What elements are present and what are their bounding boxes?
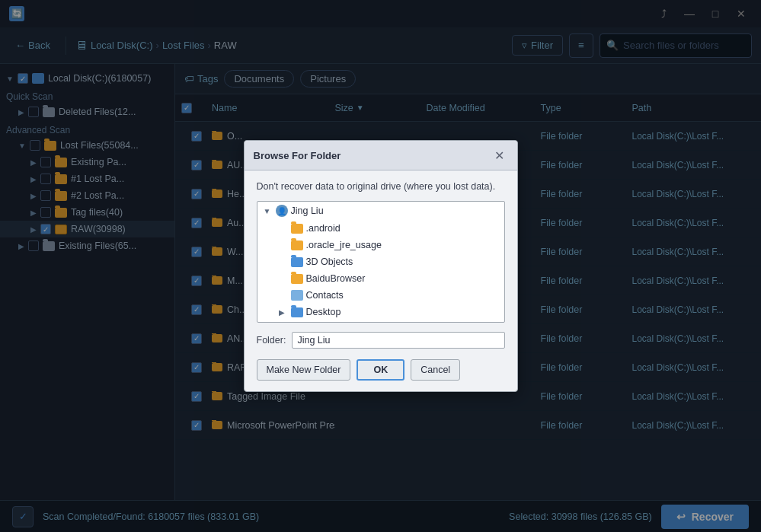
baidu-folder-icon [291,274,303,284]
3dobjects-label: 3D Objects [306,256,353,267]
folder-input[interactable] [292,332,504,349]
android-label: .android [306,223,341,234]
dialog-title: Browse For Folder [254,150,341,161]
tree-item-root[interactable]: ▼ 👤 Jing Liu [257,202,504,220]
make-new-folder-button[interactable]: Make New Folder [257,359,351,381]
tree-item-contacts[interactable]: Contacts [257,287,504,304]
folder-input-row: Folder: [257,332,505,349]
contacts-label: Contacts [306,290,344,301]
tree-item-android[interactable]: .android [257,220,504,237]
root-label: Jing Liu [291,205,324,216]
browse-folder-dialog: Browse For Folder ✕ Don't recover data t… [244,140,518,392]
desktop-folder-icon [291,307,303,317]
ok-button[interactable]: OK [357,359,404,381]
dialog-titlebar: Browse For Folder ✕ [245,141,517,170]
dialog-overlay: Browse For Folder ✕ Don't recover data t… [0,0,761,532]
dialog-body: Don't recover data to original drive (wh… [245,170,517,391]
desktop-expand-icon: ▶ [279,308,288,317]
dialog-buttons: Make New Folder OK Cancel [257,359,505,381]
oracle-folder-icon [291,241,303,250]
folder-label: Folder: [257,335,286,346]
dialog-close-button[interactable]: ✕ [491,147,508,164]
desktop-label: Desktop [306,307,341,317]
contacts-folder-icon [291,290,303,301]
baidu-label: BaiduBrowser [306,273,366,284]
tree-item-3dobjects[interactable]: 3D Objects [257,253,504,270]
android-folder-icon [291,224,303,234]
tree-item-baidu[interactable]: BaiduBrowser [257,270,504,287]
3dobjects-folder-icon [291,257,303,267]
root-person-icon: 👤 [276,205,288,217]
dialog-warning-text: Don't recover data to original drive (wh… [257,181,505,192]
root-expand-icon: ▼ [264,207,273,215]
oracle-label: .oracle_jre_usage [306,240,382,250]
cancel-button[interactable]: Cancel [411,359,460,381]
tree-item-oracle[interactable]: .oracle_jre_usage [257,237,504,253]
folder-tree[interactable]: ▼ 👤 Jing Liu .android .oracle_jre_usage [257,201,505,323]
tree-item-desktop[interactable]: ▶ Desktop [257,304,504,320]
